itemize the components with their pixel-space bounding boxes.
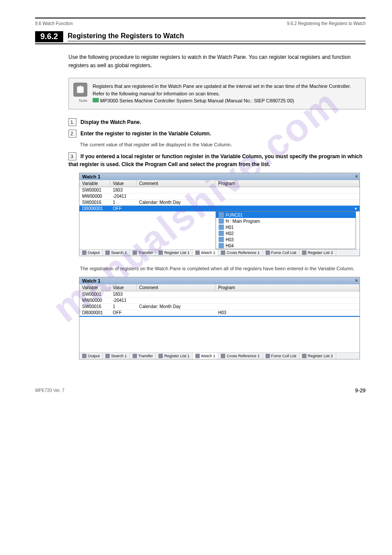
program-icon [219,243,224,248]
tab-watch-1[interactable]: Watch 1 [193,353,219,359]
tab-icon [195,354,200,358]
clipboard-icon [73,83,87,97]
dropdown-item[interactable]: H : Main Program [216,218,356,224]
tab-icon [266,250,270,255]
tab-force-coil-list[interactable]: Force Coil List [263,250,300,256]
note-content: Registers that are registered in the Wat… [93,83,361,105]
step-2: 2. Enter the register to register in the… [68,130,366,138]
table-row[interactable]: MW00000-20411 [79,193,360,200]
page-footer: MPE720 Ver. 7 9-29 [35,386,366,394]
tab-register-list-1[interactable]: Register List 1 [156,250,193,256]
window-title-text: Watch 1 [82,174,101,179]
header-meta: 9.6 Watch Function 9.6.2 Registering the… [35,21,366,26]
screenshot-watch-dropdown: Watch 1 × Variable Value Comment Program… [79,173,360,256]
table-row[interactable]: SW000161Calendar: Month Day [79,304,360,310]
header-right: 9.6.2 Registering the Registers to Watch [287,21,366,26]
tab-register-list-2[interactable]: Register List 2 [299,250,336,256]
tab-watch-1[interactable]: Watch 1 [193,250,219,256]
tab-icon [221,354,225,358]
step-2-num: 2. [68,130,76,138]
tab-cross-reference-1[interactable]: Cross Reference 1 [218,353,263,359]
tab-cross-reference-1[interactable]: Cross Reference 1 [218,250,263,256]
table-row[interactable]: MW00000-20411 [79,297,360,304]
section-bar: 9.6.2 Registering the Registers to Watch [35,31,366,42]
tab-icon [221,250,225,255]
header-left: 9.6 Watch Function [35,21,73,26]
program-icon [219,218,224,224]
dropdown-item[interactable]: H04 [216,243,356,249]
program-icon [219,237,224,242]
tab-icon [82,354,86,358]
blank-area [79,317,360,352]
col-comment[interactable]: Comment [137,180,216,187]
col-program[interactable]: Program [216,180,360,187]
window-title: Watch 1 × [79,173,360,180]
tab-icon [105,250,110,255]
tab-icon [158,250,163,255]
close-icon[interactable]: × [355,278,358,283]
screenshot-watch-result: Watch 1 × Variable Value Comment Program… [79,277,360,359]
tab-icon [266,354,270,358]
program-dropdown[interactable]: FUNC01H : Main ProgramH01H02H03H04 [216,211,356,249]
note-label: Note [73,98,87,103]
bottom-tabs: OutputSearch 1TransferRegister List 1Wat… [79,249,360,256]
window-title: Watch 1 × [79,277,360,284]
tab-search-1[interactable]: Search 1 [103,250,130,256]
step-1-title: Display the Watch Pane. [80,119,141,125]
tab-icon [302,250,306,255]
section-title: Registering the Registers to Watch [68,32,366,41]
footer-book: MPE720 Ver. 7 [35,388,65,393]
dropdown-item[interactable]: H03 [216,236,356,243]
table-row[interactable]: DB000001OFF▾ [79,206,360,212]
step-1: 1. Display the Watch Pane. [68,118,366,126]
tab-output[interactable]: Output [79,250,103,256]
intro-text: Use the following procedure to register … [68,53,366,70]
tab-register-list-2[interactable]: Register List 2 [299,353,336,359]
table-row[interactable]: SW000011803 [79,291,360,297]
col-value[interactable]: Value [110,180,137,187]
tab-icon [133,250,137,255]
dropdown-item[interactable]: FUNC01 [216,212,356,218]
program-icon [219,225,224,230]
tab-register-list-1[interactable]: Register List 1 [156,353,193,359]
program-icon [219,212,224,218]
tab-transfer[interactable]: Transfer [130,250,156,256]
table-header: Variable Value Comment Program [79,284,360,291]
section-rule [35,43,366,44]
dropdown-item[interactable]: H02 [216,230,356,236]
tab-search-1[interactable]: Search 1 [103,353,130,359]
step-3-num: 3. [68,152,76,160]
table-header: Variable Value Comment Program [79,180,360,187]
col-variable[interactable]: Variable [79,180,110,187]
col-comment[interactable]: Comment [137,284,216,291]
window-title-text: Watch 1 [82,278,101,283]
tab-icon [105,354,110,358]
col-variable[interactable]: Variable [79,284,110,291]
table-row[interactable]: SW000161Calendar: Month Day [79,200,360,206]
section-number: 9.6.2 [35,31,63,42]
step-3-title: If you entered a local register or funct… [68,153,362,167]
col-program[interactable]: Program [216,284,360,291]
tab-icon [195,250,200,255]
step-1-num: 1. [68,118,76,126]
table-row[interactable]: DB000001OFFH03 [79,310,360,316]
tab-force-coil-list[interactable]: Force Coil List [263,353,300,359]
program-icon [219,231,224,236]
tab-icon [133,354,137,358]
footer-pagenum: 9-29 [355,388,366,394]
step-3: 3. If you entered a local register or fu… [68,152,366,168]
note-text: Registers that are registered in the Wat… [93,83,351,96]
tab-icon [302,354,306,358]
tab-transfer[interactable]: Transfer [130,353,156,359]
note-ref: MP3000 Series Machine Controller System … [100,98,294,103]
close-icon[interactable]: × [355,174,358,179]
step-2-body: The current value of that register will … [80,141,366,149]
tab-output[interactable]: Output [79,353,103,359]
header-rule [35,18,366,18]
dropdown-item[interactable]: H01 [216,224,356,230]
col-value[interactable]: Value [110,284,137,291]
post-step3-text: The registration of registers on the Wat… [80,265,366,272]
table-row[interactable]: SW000011803 [79,187,360,193]
step-2-title: Enter the register to register in the Va… [80,131,211,137]
bottom-tabs: OutputSearch 1TransferRegister List 1Wat… [79,352,360,359]
